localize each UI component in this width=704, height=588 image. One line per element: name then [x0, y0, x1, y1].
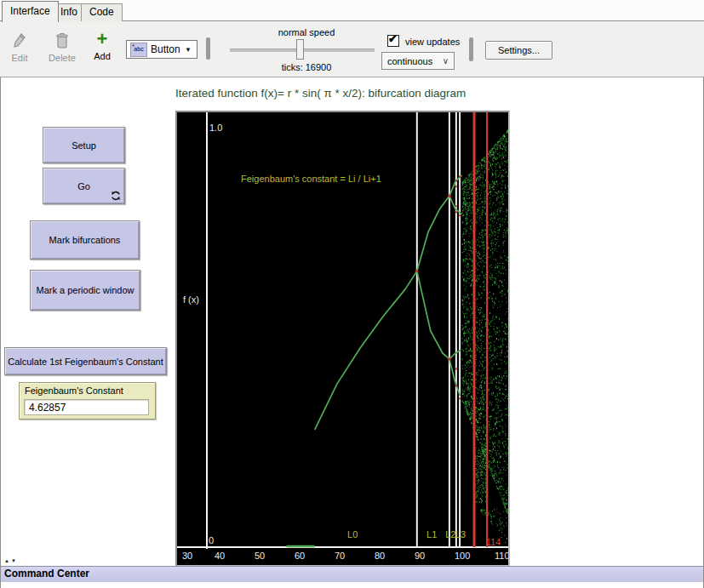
command-center-bar[interactable]: Command Center — [1, 566, 703, 582]
periodic-window-mark — [486, 406, 488, 408]
button-widget-icon: *abc — [130, 43, 147, 57]
chevron-down-icon: ∨ — [443, 56, 449, 66]
bifurcation-point — [455, 186, 457, 187]
y-max-label: 1.0 — [209, 123, 222, 133]
bifurcation-point — [455, 180, 457, 181]
trash-icon — [47, 31, 77, 52]
widget-type-value: Button — [151, 43, 180, 55]
update-mode-dropdown[interactable]: continuous ∨ — [381, 52, 455, 70]
interval-label-L3: L3 — [455, 529, 466, 539]
view-updates-control: ✔ view updates — [387, 35, 460, 47]
mark-periodic-window-button[interactable]: Mark a periodic window — [30, 270, 140, 311]
edit-button[interactable]: Edit — [7, 31, 32, 63]
delete-button[interactable]: Delete — [47, 31, 77, 63]
go-button[interactable]: Go — [43, 168, 125, 204]
tab-interface[interactable]: Interface — [2, 1, 59, 22]
interval-label-L0: L0 — [347, 529, 358, 539]
feigenbaum-annotation: Feigenbaum's constant = Li / Li+1 — [241, 174, 381, 184]
widget-type-dropdown[interactable]: *abc Button ▼ — [126, 40, 197, 59]
settings-button[interactable]: Settings... — [485, 41, 552, 60]
bifurcation-point — [448, 357, 450, 360]
x-tick-label: 90 — [415, 551, 425, 561]
bifurcation-point — [455, 385, 457, 386]
y-axis-title: f (x) — [183, 294, 199, 305]
plus-icon: + — [89, 30, 115, 50]
mark-bifurcations-label: Mark bifurcations — [49, 235, 121, 245]
add-button[interactable]: + Add — [89, 30, 115, 61]
setup-label: Setup — [72, 140, 96, 151]
periodic-window-mark — [473, 372, 475, 374]
view-updates-label: view updates — [405, 37, 460, 47]
check-icon: ✔ — [388, 32, 398, 45]
bifurcation-point — [455, 205, 457, 207]
interval-label-L2: L2 — [445, 529, 455, 539]
tab-bar: Interface Info Code — [0, 0, 704, 21]
view-updates-checkbox[interactable]: ✔ — [387, 35, 399, 47]
x-tick-label: 50 — [255, 551, 265, 561]
toolbar-separator — [206, 37, 210, 60]
tab-code[interactable]: Code — [81, 3, 123, 21]
update-mode-value: continuous — [387, 56, 432, 66]
bifurcation-point — [459, 214, 461, 216]
periodic-window-mark — [486, 237, 488, 238]
ticks-counter: ticks: 16900 — [268, 62, 345, 72]
bifurcation-plot: 1.00f (x)Feigenbaum's constant = Li / Li… — [177, 112, 508, 565]
add-label: Add — [89, 51, 115, 61]
command-center-title: Command Center — [1, 567, 89, 581]
bifurcation-point — [459, 175, 461, 177]
world-view-frame: 1.00f (x)Feigenbaum's constant = Li / Li… — [175, 111, 510, 567]
pencil-icon — [7, 31, 32, 52]
calculate-feigenbaum-button[interactable]: Calculate 1st Feigenbaum's Constant — [4, 347, 167, 375]
edit-label: Edit — [7, 53, 32, 63]
x-tick-label: 60 — [295, 551, 305, 561]
periodic-window-mark — [486, 465, 488, 467]
x-tick-label: 80 — [375, 551, 385, 561]
interval-label-L1: L1 — [426, 529, 437, 539]
max-r-label: 114 — [486, 537, 501, 547]
x-tick-label: 70 — [335, 551, 345, 561]
periodic-window-mark — [486, 347, 488, 349]
bifurcation-point — [448, 195, 450, 197]
y-min-label: 0 — [209, 535, 214, 545]
x-tick-label: 30 — [182, 551, 192, 561]
forever-icon — [111, 191, 121, 201]
x-tick-label: 110 — [495, 551, 508, 561]
bifurcation-point — [459, 397, 461, 399]
periodic-window-mark — [486, 292, 488, 294]
speed-slider-label: normal speed — [272, 27, 341, 37]
toolbar: Edit Delete + Add *abc Button ▼ — [0, 21, 704, 77]
toolbar-separator-2 — [469, 37, 473, 61]
calculate-feigenbaum-label: Calculate 1st Feigenbaum's Constant — [8, 357, 163, 367]
x-tick-label: 100 — [455, 551, 470, 561]
interface-canvas: Iterated function f(x)= r * sin( π * x/2… — [0, 77, 704, 588]
go-label: Go — [77, 181, 90, 191]
netlogo-window: Interface Info Code Edit — [0, 0, 704, 588]
monitor-label: Feigenbaum's Constant — [20, 383, 155, 396]
monitor-value: 4.62857 — [24, 399, 149, 415]
delete-label: Delete — [47, 53, 77, 63]
periodic-window-mark — [473, 313, 475, 315]
bifurcation-point — [455, 211, 457, 213]
bifurcation-point — [415, 270, 418, 272]
setup-button[interactable]: Setup — [43, 127, 125, 163]
x-tick-label: 40 — [215, 551, 225, 561]
command-center-collapse-icon[interactable]: ▲▼ — [4, 558, 18, 563]
slider-thumb[interactable] — [296, 39, 304, 60]
bifurcation-point — [455, 368, 457, 369]
feigenbaum-monitor: Feigenbaum's Constant 4.62857 — [19, 382, 156, 420]
mark-bifurcations-button[interactable]: Mark bifurcations — [30, 220, 140, 260]
mark-periodic-window-label: Mark a periodic window — [37, 285, 135, 295]
dropdown-arrow-icon: ▼ — [185, 46, 192, 54]
view-title: Iterated function f(x)= r * sin( π * x/2… — [175, 87, 466, 100]
